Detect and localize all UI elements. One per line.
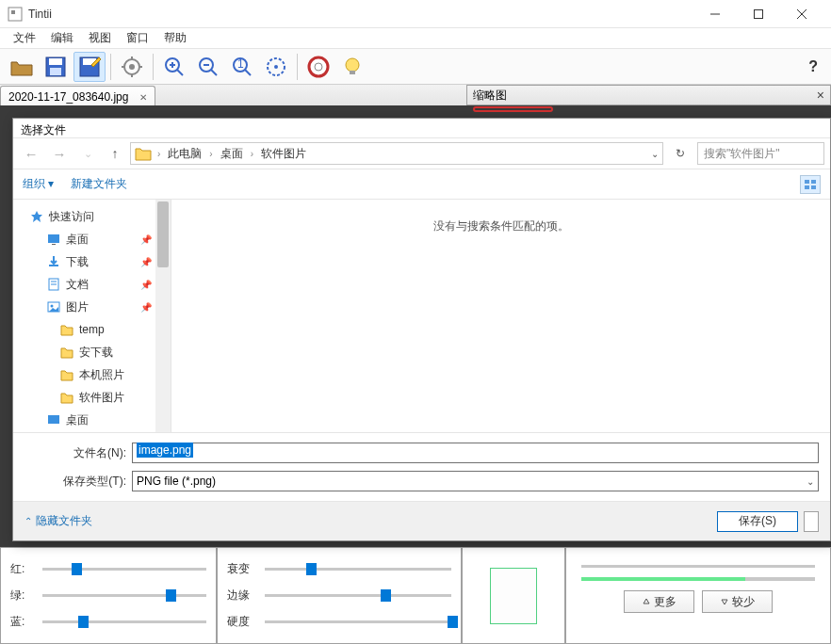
dialog-toolbar: 组织 ▾ 新建文件夹	[13, 169, 830, 200]
app-icon	[8, 7, 23, 22]
tree-desktop2[interactable]: 桌面	[13, 409, 171, 431]
svg-point-31	[346, 58, 359, 72]
svg-rect-45	[48, 415, 59, 424]
tree-temp[interactable]: temp	[13, 318, 171, 341]
svg-point-28	[274, 65, 278, 69]
view-mode-icon[interactable]	[800, 175, 821, 194]
lifebuoy-icon[interactable]	[302, 52, 334, 82]
tree-softpics[interactable]: 软件图片	[13, 386, 171, 409]
search-input[interactable]: 搜索"软件图片"	[697, 142, 824, 165]
green-label: 绿:	[10, 588, 35, 604]
svg-point-12	[129, 64, 135, 70]
nav-forward-icon[interactable]: →	[47, 141, 72, 166]
nav-up-icon[interactable]: ↑	[104, 142, 126, 165]
dialog-title: 选择文件	[13, 119, 830, 137]
tree-localphotos[interactable]: 本机照片	[13, 363, 171, 386]
filename-input[interactable]: image.png	[132, 443, 819, 463]
tree-quick-access[interactable]: 快速访问	[13, 205, 171, 228]
thumbnail-panel-title: 缩略图	[473, 88, 507, 104]
svg-point-30	[315, 63, 322, 71]
breadcrumb[interactable]: › 此电脑 › 桌面 › 软件图片 ⌄	[130, 142, 663, 165]
svg-rect-36	[811, 185, 816, 189]
menu-view[interactable]: 视图	[81, 30, 119, 46]
svg-rect-38	[48, 234, 59, 243]
tree-pictures[interactable]: 图片📌	[13, 296, 171, 318]
green-slider[interactable]	[42, 594, 206, 597]
menu-window[interactable]: 窗口	[119, 30, 156, 46]
crumb-folder[interactable]: 软件图片	[259, 146, 308, 162]
blue-slider[interactable]	[42, 620, 206, 623]
edge-label: 边缘	[227, 588, 257, 604]
hide-folders-link[interactable]: ⌃ 隐藏文件夹	[24, 513, 92, 529]
svg-rect-8	[50, 68, 61, 75]
save-as-icon[interactable]	[73, 52, 106, 82]
tree-andownload[interactable]: 安下载	[13, 341, 171, 363]
zoom-out-icon[interactable]	[192, 52, 224, 82]
menu-file[interactable]: 文件	[6, 30, 43, 46]
tree-documents[interactable]: 文档📌	[13, 273, 171, 296]
titlebar: Tintii	[0, 0, 831, 28]
nav-back-icon[interactable]: ←	[19, 141, 43, 166]
menu-edit[interactable]: 编辑	[43, 30, 81, 46]
filetype-label: 保存类型(T):	[24, 474, 132, 490]
menu-help[interactable]: 帮助	[156, 30, 194, 46]
annotation-circle	[473, 106, 553, 112]
effect-panel: 衰变 边缘 硬度	[217, 547, 462, 644]
tree-downloads[interactable]: 下载📌	[13, 250, 171, 273]
svg-rect-7	[49, 58, 62, 65]
dialog-nav: ← → ⌄ ↑ › 此电脑 › 桌面 › 软件图片 ⌄ ↻ 搜索"软件图片"	[13, 137, 830, 169]
zoom-in-icon[interactable]	[158, 52, 190, 82]
thumbnail-panel	[462, 547, 565, 644]
settings-icon[interactable]	[116, 52, 148, 82]
close-button[interactable]	[780, 0, 823, 28]
zoom-actual-icon[interactable]: 1	[226, 52, 258, 82]
zoom-fit-icon[interactable]	[260, 52, 292, 82]
more-button[interactable]: 更多	[624, 590, 694, 613]
svg-rect-35	[805, 185, 809, 189]
svg-rect-33	[805, 180, 809, 184]
maximize-button[interactable]	[737, 0, 780, 28]
hard-slider[interactable]	[265, 620, 451, 623]
svg-line-18	[177, 70, 183, 75]
pin-icon: 📌	[140, 234, 152, 245]
toolbar: 1 ?	[0, 49, 831, 85]
refresh-icon[interactable]: ↻	[667, 142, 693, 165]
help-icon[interactable]: ?	[801, 58, 825, 75]
slider-a[interactable]	[581, 565, 815, 568]
nav-recent-icon[interactable]: ⌄	[75, 141, 100, 166]
save-button[interactable]: 保存(S)	[717, 511, 798, 532]
panel-close-icon[interactable]: ×	[817, 88, 824, 103]
window-title: Tintii	[28, 8, 693, 21]
folder-tree: 快速访问 桌面📌 下载📌 文档📌 图片📌 temp 安下载 本机照片 软件图片 …	[13, 200, 171, 432]
thumbnail-preview[interactable]	[490, 568, 537, 624]
decay-slider[interactable]	[265, 568, 451, 571]
less-button[interactable]: 较少	[702, 590, 773, 613]
bulb-icon[interactable]	[336, 52, 368, 82]
folder-icon	[135, 145, 152, 162]
red-label: 红:	[10, 561, 35, 577]
svg-rect-32	[350, 71, 355, 74]
menubar: 文件 编辑 视图 窗口 帮助	[0, 28, 831, 49]
decay-label: 衰变	[227, 561, 257, 577]
blue-label: 蓝:	[10, 614, 35, 630]
tree-scrollbar[interactable]	[155, 200, 171, 432]
svg-point-44	[51, 305, 54, 308]
save-icon[interactable]	[40, 52, 72, 82]
cancel-button-partial[interactable]	[804, 511, 819, 532]
tree-desktop[interactable]: 桌面📌	[13, 228, 171, 250]
svg-rect-34	[811, 180, 816, 184]
new-folder-button[interactable]: 新建文件夹	[71, 176, 127, 192]
crumb-desktop[interactable]: 桌面	[219, 146, 245, 162]
tab-close-icon[interactable]: ✕	[139, 92, 147, 103]
organize-button[interactable]: 组织 ▾	[23, 176, 54, 192]
red-slider[interactable]	[42, 568, 206, 571]
slider-b[interactable]	[581, 577, 815, 581]
filetype-combo[interactable]: PNG file (*.png)⌄	[132, 471, 819, 491]
open-icon[interactable]	[6, 52, 38, 82]
document-tab[interactable]: 2020-11-17_083640.jpg ✕	[0, 86, 155, 107]
path-dropdown-icon[interactable]: ⌄	[651, 149, 659, 159]
minimize-button[interactable]	[693, 0, 737, 28]
file-list-empty: 没有与搜索条件匹配的项。	[171, 200, 830, 432]
crumb-pc[interactable]: 此电脑	[166, 146, 204, 162]
edge-slider[interactable]	[265, 594, 451, 597]
